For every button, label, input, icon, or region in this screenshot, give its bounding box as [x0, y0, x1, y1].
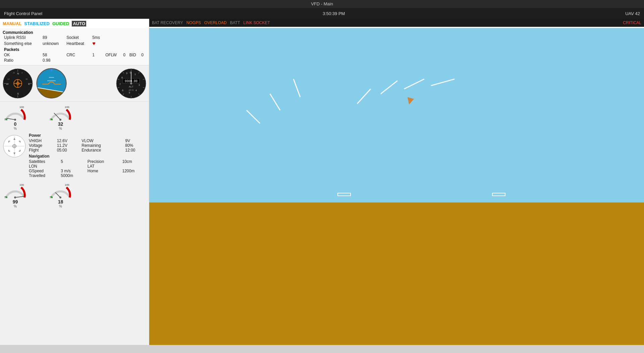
gauge2: 50 100 32 % [48, 103, 73, 130]
remaining-label: Remaining [79, 143, 125, 148]
uav-id: UAV 42 [625, 11, 640, 16]
right-panel [149, 28, 644, 345]
bid-value: 0 [140, 52, 146, 58]
gauge3-unit: % [14, 204, 17, 208]
lat-label: LAT [85, 164, 122, 169]
comm-section: Communication Uplink RSSI 89 Socket 5ms … [0, 28, 149, 65]
svg-text:30: 30 [25, 78, 28, 80]
app-title: Flight Control Panel [4, 11, 42, 16]
svg-text:100: 100 [65, 183, 69, 186]
svg-text:N: N [17, 72, 19, 75]
precision-value: 10cm [122, 159, 146, 164]
lon-label: LON [29, 164, 61, 169]
status-nogps: NOGPS [186, 20, 201, 25]
status-overload: OVERLOAD [204, 20, 227, 25]
socket-label: Socket [65, 35, 91, 40]
comm-title: Communication [3, 30, 146, 35]
uplink-rssi-label: Uplink RSSI [3, 35, 41, 40]
gauge3-value: 99 [13, 199, 18, 204]
status-bat-recovery: BAT RECOVERY [152, 20, 183, 25]
crc-label: CRC [65, 52, 91, 58]
svg-text:21: 21 [13, 72, 15, 74]
power-title: Power [29, 133, 146, 138]
precision-label: Precision [85, 159, 122, 164]
svg-text:100: 100 [19, 183, 24, 186]
vhigh-label: VHIGH [29, 138, 57, 143]
gauge4-unit: % [59, 204, 62, 208]
bid-label: BID [128, 52, 140, 58]
endurance-value: 12:00 [125, 148, 146, 153]
svg-text:12: 12 [7, 78, 10, 80]
ok-value: 58 [41, 52, 65, 58]
uplink-rssi-value: 89 [41, 35, 65, 40]
horizon-dial [36, 67, 67, 99]
home-label: Home [85, 169, 122, 173]
endurance-label: Endurance [79, 148, 125, 153]
altimeter-dial: 0 1 2 3 4 5 6 7 8 9 0000.00 ALT ±0 m [116, 68, 146, 99]
svg-point-91 [59, 196, 61, 198]
svg-text:100: 100 [65, 106, 69, 109]
packets-title: Packets [3, 47, 41, 52]
ground-area [149, 202, 644, 345]
svg-line-86 [15, 196, 23, 197]
joystick-area [3, 134, 26, 178]
svg-text:4: 4 [136, 89, 137, 92]
svg-text:ALT: ALT [129, 85, 133, 88]
home-value: 1200m [122, 169, 146, 173]
mode-auto[interactable]: AUTO [72, 21, 86, 26]
svg-text:±0 m: ±0 m [128, 89, 134, 91]
something-else-value: unknown [41, 40, 65, 47]
travelled-label: Travelled [29, 173, 61, 178]
hud-rect-left [337, 193, 351, 196]
gauge3: 50 100 99 % [3, 181, 28, 208]
compass-dial: N S W E 21 3 12 30 [3, 68, 33, 99]
joystick-display [3, 134, 26, 158]
menu-bar: Flight Control Panel 3:50:39 PM UAV 42 [0, 8, 644, 19]
svg-text:9: 9 [126, 72, 127, 74]
svg-text:6: 6 [122, 89, 123, 92]
svg-text:5: 5 [129, 92, 130, 94]
something-else-label: Something else [3, 40, 41, 47]
svg-text:8: 8 [121, 76, 123, 79]
joystick-info-row: Power VHIGH 12.6V VLOW 9V Voltage 11.2V … [0, 132, 149, 179]
lat-value [122, 164, 146, 169]
gauge4-value: 18 [58, 199, 63, 204]
flight-label: Flight [29, 148, 57, 153]
svg-text:3: 3 [139, 84, 140, 86]
status-critical: CRITICAL [623, 20, 641, 25]
crc-value: 1 [91, 52, 104, 58]
voltage-label: Voltage [29, 143, 57, 148]
svg-point-75 [59, 119, 61, 121]
mode-guided[interactable]: GUIDED [52, 21, 69, 26]
svg-text:50: 50 [50, 196, 53, 199]
svg-text:E: E [28, 82, 30, 85]
lon-value [61, 164, 85, 169]
svg-text:50: 50 [4, 196, 7, 199]
socket-value: 5ms [91, 35, 104, 40]
throttle-value: 0 [14, 121, 17, 127]
mode-stabilized[interactable]: STABILIZED [24, 21, 50, 26]
ratio-label: Ratio [3, 58, 41, 63]
svg-line-70 [7, 118, 15, 120]
hud-rect-right [492, 193, 505, 196]
gspeed-label: GSpeed [29, 169, 61, 173]
heartbeat-icon: ♥ [92, 41, 96, 46]
throttle-gauge: 50 100 0 % [3, 103, 28, 130]
status-bar: BAT RECOVERY NOGPS OVERLOAD BATT LINK SO… [149, 19, 644, 27]
throttle-unit: % [14, 127, 17, 130]
vhigh-value: 12.6V [57, 138, 79, 143]
main-layout: Communication Uplink RSSI 89 Socket 5ms … [0, 28, 644, 345]
svg-point-87 [14, 196, 16, 198]
title-text: VFD - Main [311, 1, 333, 6]
svg-point-71 [14, 119, 16, 121]
mode-bar: MANUAL STABILIZED GUIDED AUTO [0, 19, 149, 28]
status-batt: BATT [230, 20, 240, 25]
gauge2-unit: % [59, 127, 62, 130]
satellites-value: 5 [61, 159, 85, 164]
svg-text:100: 100 [19, 106, 24, 109]
mode-manual[interactable]: MANUAL [3, 21, 21, 26]
title-bar: VFD - Main [0, 0, 644, 8]
left-panel: Communication Uplink RSSI 89 Socket 5ms … [0, 28, 149, 345]
flight-value: 05:00 [57, 148, 79, 153]
ratio-value: 0.98 [41, 58, 65, 63]
